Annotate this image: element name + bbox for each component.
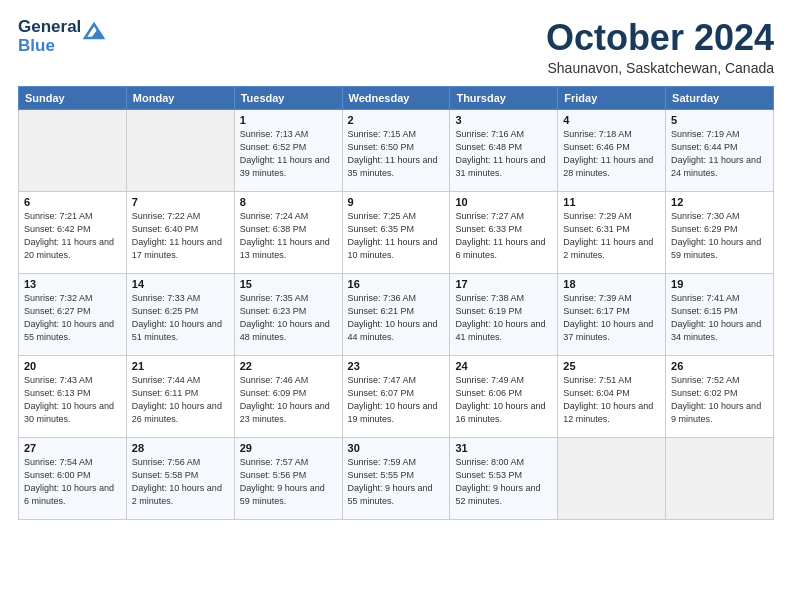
calendar-cell: 3Sunrise: 7:16 AM Sunset: 6:48 PM Daylig… xyxy=(450,109,558,191)
weekday-header-wednesday: Wednesday xyxy=(342,86,450,109)
day-number: 30 xyxy=(348,442,445,454)
day-number: 25 xyxy=(563,360,660,372)
calendar-cell: 6Sunrise: 7:21 AM Sunset: 6:42 PM Daylig… xyxy=(19,191,127,273)
week-row-2: 13Sunrise: 7:32 AM Sunset: 6:27 PM Dayli… xyxy=(19,273,774,355)
day-number: 5 xyxy=(671,114,768,126)
header: General Blue October 2024 Shaunavon, Sas… xyxy=(18,18,774,76)
day-detail: Sunrise: 7:25 AM Sunset: 6:35 PM Dayligh… xyxy=(348,210,445,262)
day-detail: Sunrise: 7:49 AM Sunset: 6:06 PM Dayligh… xyxy=(455,374,552,426)
calendar-cell xyxy=(126,109,234,191)
day-number: 10 xyxy=(455,196,552,208)
day-detail: Sunrise: 7:51 AM Sunset: 6:04 PM Dayligh… xyxy=(563,374,660,426)
calendar-cell: 30Sunrise: 7:59 AM Sunset: 5:55 PM Dayli… xyxy=(342,437,450,519)
week-row-1: 6Sunrise: 7:21 AM Sunset: 6:42 PM Daylig… xyxy=(19,191,774,273)
calendar-cell: 15Sunrise: 7:35 AM Sunset: 6:23 PM Dayli… xyxy=(234,273,342,355)
day-number: 18 xyxy=(563,278,660,290)
calendar-cell: 7Sunrise: 7:22 AM Sunset: 6:40 PM Daylig… xyxy=(126,191,234,273)
day-number: 4 xyxy=(563,114,660,126)
day-detail: Sunrise: 7:54 AM Sunset: 6:00 PM Dayligh… xyxy=(24,456,121,508)
day-number: 6 xyxy=(24,196,121,208)
calendar-cell: 17Sunrise: 7:38 AM Sunset: 6:19 PM Dayli… xyxy=(450,273,558,355)
day-detail: Sunrise: 7:33 AM Sunset: 6:25 PM Dayligh… xyxy=(132,292,229,344)
day-detail: Sunrise: 7:35 AM Sunset: 6:23 PM Dayligh… xyxy=(240,292,337,344)
weekday-header-sunday: Sunday xyxy=(19,86,127,109)
calendar-cell: 19Sunrise: 7:41 AM Sunset: 6:15 PM Dayli… xyxy=(666,273,774,355)
day-detail: Sunrise: 7:22 AM Sunset: 6:40 PM Dayligh… xyxy=(132,210,229,262)
week-row-4: 27Sunrise: 7:54 AM Sunset: 6:00 PM Dayli… xyxy=(19,437,774,519)
day-number: 28 xyxy=(132,442,229,454)
day-number: 29 xyxy=(240,442,337,454)
calendar-cell: 12Sunrise: 7:30 AM Sunset: 6:29 PM Dayli… xyxy=(666,191,774,273)
day-number: 2 xyxy=(348,114,445,126)
day-number: 23 xyxy=(348,360,445,372)
day-detail: Sunrise: 7:19 AM Sunset: 6:44 PM Dayligh… xyxy=(671,128,768,180)
day-number: 26 xyxy=(671,360,768,372)
weekday-header-thursday: Thursday xyxy=(450,86,558,109)
calendar-cell: 11Sunrise: 7:29 AM Sunset: 6:31 PM Dayli… xyxy=(558,191,666,273)
calendar-cell xyxy=(558,437,666,519)
day-number: 20 xyxy=(24,360,121,372)
day-detail: Sunrise: 7:13 AM Sunset: 6:52 PM Dayligh… xyxy=(240,128,337,180)
calendar-cell: 25Sunrise: 7:51 AM Sunset: 6:04 PM Dayli… xyxy=(558,355,666,437)
calendar-cell: 28Sunrise: 7:56 AM Sunset: 5:58 PM Dayli… xyxy=(126,437,234,519)
weekday-header-friday: Friday xyxy=(558,86,666,109)
day-detail: Sunrise: 7:59 AM Sunset: 5:55 PM Dayligh… xyxy=(348,456,445,508)
day-detail: Sunrise: 7:15 AM Sunset: 6:50 PM Dayligh… xyxy=(348,128,445,180)
day-detail: Sunrise: 7:29 AM Sunset: 6:31 PM Dayligh… xyxy=(563,210,660,262)
calendar-cell: 4Sunrise: 7:18 AM Sunset: 6:46 PM Daylig… xyxy=(558,109,666,191)
day-detail: Sunrise: 7:38 AM Sunset: 6:19 PM Dayligh… xyxy=(455,292,552,344)
calendar-cell: 22Sunrise: 7:46 AM Sunset: 6:09 PM Dayli… xyxy=(234,355,342,437)
weekday-header-tuesday: Tuesday xyxy=(234,86,342,109)
day-detail: Sunrise: 8:00 AM Sunset: 5:53 PM Dayligh… xyxy=(455,456,552,508)
day-detail: Sunrise: 7:57 AM Sunset: 5:56 PM Dayligh… xyxy=(240,456,337,508)
day-detail: Sunrise: 7:16 AM Sunset: 6:48 PM Dayligh… xyxy=(455,128,552,180)
day-number: 7 xyxy=(132,196,229,208)
weekday-header-monday: Monday xyxy=(126,86,234,109)
calendar-cell: 10Sunrise: 7:27 AM Sunset: 6:33 PM Dayli… xyxy=(450,191,558,273)
calendar-cell: 13Sunrise: 7:32 AM Sunset: 6:27 PM Dayli… xyxy=(19,273,127,355)
logo-text: General Blue xyxy=(18,18,81,55)
calendar-cell: 27Sunrise: 7:54 AM Sunset: 6:00 PM Dayli… xyxy=(19,437,127,519)
day-number: 17 xyxy=(455,278,552,290)
calendar-cell: 29Sunrise: 7:57 AM Sunset: 5:56 PM Dayli… xyxy=(234,437,342,519)
logo-icon xyxy=(83,22,105,44)
day-number: 15 xyxy=(240,278,337,290)
day-detail: Sunrise: 7:30 AM Sunset: 6:29 PM Dayligh… xyxy=(671,210,768,262)
day-number: 21 xyxy=(132,360,229,372)
day-number: 3 xyxy=(455,114,552,126)
logo: General Blue xyxy=(18,18,105,55)
day-detail: Sunrise: 7:32 AM Sunset: 6:27 PM Dayligh… xyxy=(24,292,121,344)
day-detail: Sunrise: 7:46 AM Sunset: 6:09 PM Dayligh… xyxy=(240,374,337,426)
calendar-cell: 2Sunrise: 7:15 AM Sunset: 6:50 PM Daylig… xyxy=(342,109,450,191)
weekday-header-saturday: Saturday xyxy=(666,86,774,109)
calendar-cell: 5Sunrise: 7:19 AM Sunset: 6:44 PM Daylig… xyxy=(666,109,774,191)
day-detail: Sunrise: 7:43 AM Sunset: 6:13 PM Dayligh… xyxy=(24,374,121,426)
day-detail: Sunrise: 7:27 AM Sunset: 6:33 PM Dayligh… xyxy=(455,210,552,262)
day-detail: Sunrise: 7:47 AM Sunset: 6:07 PM Dayligh… xyxy=(348,374,445,426)
day-number: 31 xyxy=(455,442,552,454)
location-title: Shaunavon, Saskatchewan, Canada xyxy=(546,60,774,76)
calendar-cell: 9Sunrise: 7:25 AM Sunset: 6:35 PM Daylig… xyxy=(342,191,450,273)
calendar-cell: 31Sunrise: 8:00 AM Sunset: 5:53 PM Dayli… xyxy=(450,437,558,519)
calendar-cell: 24Sunrise: 7:49 AM Sunset: 6:06 PM Dayli… xyxy=(450,355,558,437)
week-row-0: 1Sunrise: 7:13 AM Sunset: 6:52 PM Daylig… xyxy=(19,109,774,191)
day-detail: Sunrise: 7:39 AM Sunset: 6:17 PM Dayligh… xyxy=(563,292,660,344)
day-detail: Sunrise: 7:21 AM Sunset: 6:42 PM Dayligh… xyxy=(24,210,121,262)
day-number: 8 xyxy=(240,196,337,208)
calendar-cell: 1Sunrise: 7:13 AM Sunset: 6:52 PM Daylig… xyxy=(234,109,342,191)
day-number: 13 xyxy=(24,278,121,290)
logo-blue: Blue xyxy=(18,36,55,55)
day-number: 24 xyxy=(455,360,552,372)
day-number: 9 xyxy=(348,196,445,208)
day-number: 1 xyxy=(240,114,337,126)
calendar-cell: 16Sunrise: 7:36 AM Sunset: 6:21 PM Dayli… xyxy=(342,273,450,355)
day-detail: Sunrise: 7:36 AM Sunset: 6:21 PM Dayligh… xyxy=(348,292,445,344)
day-detail: Sunrise: 7:56 AM Sunset: 5:58 PM Dayligh… xyxy=(132,456,229,508)
day-number: 12 xyxy=(671,196,768,208)
page: General Blue October 2024 Shaunavon, Sas… xyxy=(0,0,792,612)
calendar-cell: 26Sunrise: 7:52 AM Sunset: 6:02 PM Dayli… xyxy=(666,355,774,437)
title-section: October 2024 Shaunavon, Saskatchewan, Ca… xyxy=(546,18,774,76)
calendar-cell: 18Sunrise: 7:39 AM Sunset: 6:17 PM Dayli… xyxy=(558,273,666,355)
weekday-header-row: SundayMondayTuesdayWednesdayThursdayFrid… xyxy=(19,86,774,109)
day-detail: Sunrise: 7:41 AM Sunset: 6:15 PM Dayligh… xyxy=(671,292,768,344)
